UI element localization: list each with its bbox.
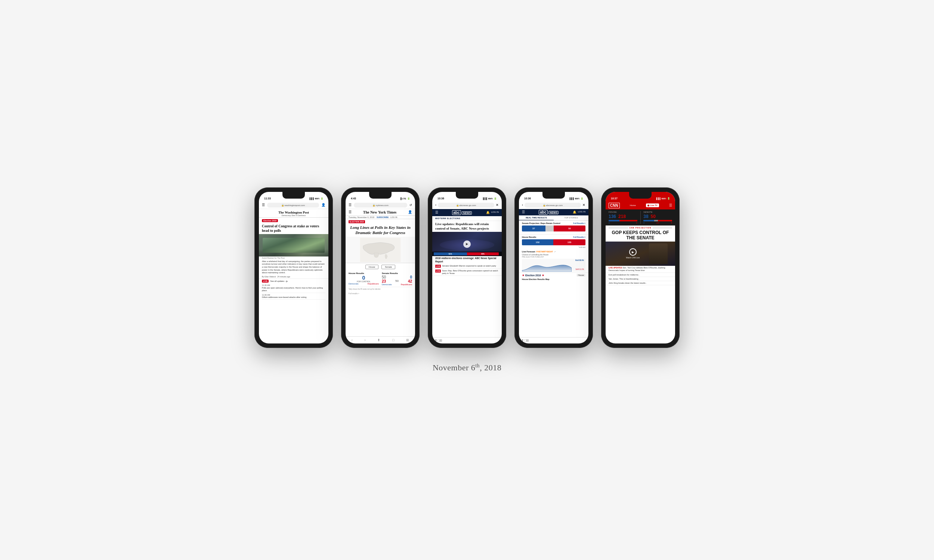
status-icons-3: ▐▐▐ WiFi 🔋 — [482, 197, 496, 200]
abc2-logo-text: abc — [539, 210, 547, 215]
abc-nav-bar: ‹ 🔒 abcnews.go.com ✕ — [432, 202, 502, 209]
abc2-senate-result: Senate Projection: Reps Retain Control F… — [519, 221, 589, 234]
abc-tabs-btn[interactable]: ⊞ — [439, 338, 442, 342]
wp-badge-row: Election 2018 — [259, 218, 328, 224]
cnn-senate-d: 38 — [643, 214, 648, 219]
abc2-address-bar[interactable]: 🔒 abcnews.go.com — [524, 203, 581, 208]
nyt-headline[interactable]: Long Lines at Polls in Key States in Dra… — [345, 223, 415, 237]
abc-nav-icons: 🔔 LOG IN — [486, 211, 499, 214]
user-icon-1[interactable]: 👤 — [321, 203, 325, 207]
signal-icon-4: ▐▐▐ — [569, 197, 574, 200]
reload-icon-2[interactable]: ↺ — [410, 203, 412, 207]
abc2-bell-icon[interactable]: 🔔 — [573, 211, 576, 214]
wp-header: The Washington Post Democracy Dies in Da… — [259, 209, 328, 218]
abc-headline[interactable]: Live updates: Republicans will retain co… — [432, 221, 502, 232]
nyt-tab-house[interactable]: House — [365, 265, 378, 269]
nyt-tab-senate[interactable]: Senate — [381, 265, 395, 269]
nyt-login[interactable]: LOG IN — [390, 216, 398, 218]
cnn-senate-need: ⊙50 — [656, 222, 660, 224]
wp-see-all[interactable]: See all updates — [270, 280, 284, 282]
nyt-menu-icon[interactable]: ☰ — [348, 210, 351, 214]
abc-rep-pct: 48% — [481, 253, 485, 255]
address-bar-1[interactable]: 🔒 washingtonpost.com — [267, 203, 319, 208]
close-icon-3[interactable]: ✕ — [496, 203, 499, 207]
abc-address-bar[interactable]: 🔒 abcnews.go.com — [438, 203, 494, 208]
nyt-tabs-btn[interactable]: ⊞ — [406, 338, 409, 342]
cnn-arrow-0: › — [639, 274, 640, 276]
abc2-house-full-results[interactable]: Full Results > — [573, 236, 586, 238]
cnn-arrow-2: › — [646, 282, 647, 284]
abc2-login-btn[interactable]: LOG IN — [578, 211, 586, 214]
screen-cnn: 10:37 ▐▐▐ WiFi 🔋 CNN Home Live TV ☰ — [606, 192, 675, 343]
cnn-update-0[interactable]: Exit poll breakdown for midterms › — [606, 273, 675, 277]
cnn-results-bar: HOUSE 136 218 D R — [606, 209, 675, 226]
nyt-forward-btn[interactable]: › — [365, 338, 366, 342]
abc2-tab-results[interactable]: REAL-TIME RESULTS — [519, 215, 554, 220]
time-2: 4:43 — [351, 197, 356, 200]
cnn-proj-dash-left — [609, 228, 628, 228]
nyt-share-btn[interactable]: ⬆ — [377, 338, 380, 342]
hamburger-icon-2[interactable]: ☰ — [348, 203, 351, 207]
abc2-back-btn[interactable]: ‹ — [519, 338, 520, 342]
cnn-update-2[interactable]: John King breaks down the latest results… — [606, 281, 675, 285]
cnn-update-1[interactable]: Van Jones: This is heartbreaking › — [606, 277, 675, 281]
play-button[interactable]: ▶ — [463, 240, 471, 248]
abc-vote-bar: 51% 48% — [434, 252, 499, 255]
back-icon-4[interactable]: ‹ — [522, 203, 523, 207]
cnn-live-tv-btn[interactable]: Live TV — [646, 203, 659, 207]
abc-url: abcnews.go.com — [459, 204, 476, 206]
cnn-headline: GOP KEEPS CONTROL OF THE SENATE — [606, 229, 675, 242]
abc-login-btn[interactable]: LOG IN — [491, 211, 499, 214]
abc-sub-headline[interactable]: 2018 midterm elections coverage: ABC New… — [432, 256, 502, 264]
abc-share-btn[interactable]: ⬆ — [435, 338, 438, 342]
lock-icon-3: 🔒 — [456, 204, 459, 206]
nyt-subscribe[interactable]: SUBSCRIBE — [377, 216, 388, 218]
abc2-house-select[interactable]: House — [576, 274, 586, 277]
phone-notch-4 — [543, 192, 565, 198]
close-icon-4[interactable]: ✕ — [583, 203, 586, 207]
abc2-menu-icon[interactable]: ☰ — [522, 210, 525, 214]
cnn-projection-area: CNN PROJECTION GOP KEEPS CONTROL OF THE … — [606, 226, 675, 242]
cnn-menu-icon[interactable]: ☰ — [669, 203, 672, 207]
abc2-house-label: House Results — [522, 236, 536, 238]
cnn-watch-overlay: ▶ Watch CNN Live — [626, 248, 640, 259]
nyt-house-col: House Results 0 FOR CONTROL Democrats Re… — [348, 272, 379, 286]
abc2-house-dem-num: 152 — [536, 241, 539, 243]
cnn-update-text-0: Exit poll breakdown for midterms — [609, 274, 638, 276]
wp-refresh-icon[interactable]: ⟳ — [286, 280, 288, 283]
abc2-tabs-btn[interactable]: ⊞ — [526, 338, 529, 342]
abc2-tab-stories[interactable]: TOP STORIES — [554, 215, 589, 220]
nyt-back-btn[interactable]: ‹ — [351, 338, 353, 342]
back-icon-3[interactable]: ‹ — [435, 203, 436, 207]
cnn-photo[interactable]: ▶ Watch CNN Live — [606, 242, 675, 266]
abc2-star-left: ★ — [522, 274, 524, 277]
nyt-full-results[interactable]: Full results > — [345, 292, 415, 295]
nyt-user-icon[interactable]: 👤 — [408, 210, 412, 214]
abc2-senate-full-results[interactable]: Full Results > — [573, 222, 586, 225]
time-3: 10:36 — [438, 197, 444, 200]
wp-update-1: 11:06 AM Gillum addresses race-based att… — [262, 293, 325, 300]
screen-abc-results: 10:36 ▐▐▐ WiFi 🔋 ‹ 🔒 abcnews.go.com ✕ ☰ — [519, 192, 589, 343]
nyt-senate-dem: 0 — [410, 275, 412, 279]
nyt-results-grid: House Results 0 FOR CONTROL Democrats Re… — [348, 272, 412, 286]
abc-video[interactable]: ▶ 51% 48% — [432, 232, 502, 256]
abc-logo-text: abc — [452, 210, 461, 215]
nyt-address-bar[interactable]: 🔒 nytimes.com — [354, 203, 407, 208]
abc2-share-btn[interactable]: ⬆ — [521, 338, 524, 342]
abc2-election-text: Election 2018 — [525, 274, 541, 277]
nyt-bookmarks-btn[interactable]: □ — [392, 338, 394, 342]
caption: November 6th, 2018 — [433, 363, 501, 372]
nyt-election-badge: ELECTION 2018 — [348, 220, 365, 223]
wp-headline[interactable]: Control of Congress at stake as voters h… — [259, 224, 328, 234]
cnn-divider-v — [640, 211, 641, 224]
fivethirtyeight-logo[interactable]: FIVETHIRTYEIGHT — [536, 251, 553, 253]
abc-back-btn[interactable]: ‹ — [432, 338, 433, 342]
cnn-home-label[interactable]: Home — [629, 204, 637, 206]
abc2-chance-label: Chance of controlling the House — [519, 254, 589, 256]
cnn-house-d-label: D — [609, 222, 610, 224]
abc-menu-icon[interactable]: ☰ — [435, 211, 438, 214]
nyt-header: ☰ The New York Times 👤 — [345, 209, 415, 216]
hamburger-icon-1[interactable]: ☰ — [262, 203, 265, 207]
abc-bell-icon[interactable]: 🔔 — [486, 211, 490, 214]
abc2-link-icon[interactable]: ↗ — [554, 251, 556, 253]
